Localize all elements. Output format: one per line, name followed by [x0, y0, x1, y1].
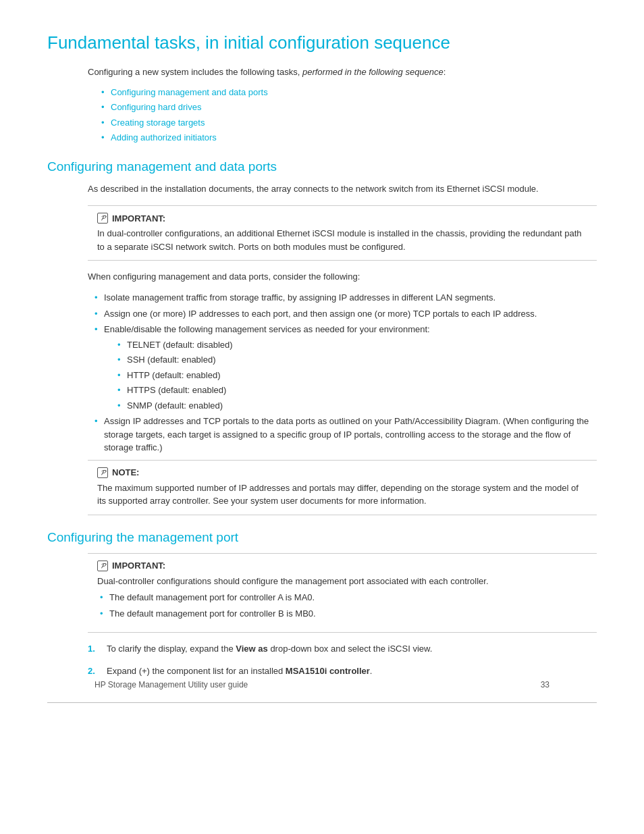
important-callout-1: 𝓟 IMPORTANT: In dual-controller configur…: [88, 205, 597, 261]
step-text-1: To clarify the display, expand the View …: [107, 642, 432, 656]
list-item: Adding authorized initiators: [101, 131, 597, 145]
important-bullet-b: The default management port for controll…: [100, 607, 587, 621]
list-item: Configuring management and data ports: [101, 86, 597, 99]
sub-bullet-https: HTTPS (default: enabled): [117, 384, 597, 397]
section1-bullet-list: Isolate management traffic from storage …: [88, 291, 597, 454]
section1-body: As described in the installation documen…: [88, 182, 597, 515]
step-text-2: Expand (+) the component list for an ins…: [107, 664, 372, 679]
bullet-item-4: Assign IP addresses and TCP portals to t…: [95, 415, 597, 454]
step-num-1: 1.: [88, 642, 100, 656]
footer-content: HP Storage Management Utility user guide…: [95, 680, 549, 689]
link-storage-targets[interactable]: Creating storage targets: [111, 118, 205, 128]
bullet-item-1: Isolate management traffic from storage …: [95, 291, 597, 305]
page: Fundamental tasks, in initial configurat…: [0, 0, 644, 727]
list-item: Configuring hard drives: [101, 101, 597, 114]
task-list: Configuring management and data ports Co…: [101, 86, 597, 145]
step-bold-1: View as: [236, 644, 267, 654]
list-item: Creating storage targets: [101, 116, 597, 130]
sub-bullet-http: HTTP (default: enabled): [117, 369, 597, 382]
sub-bullet-telnet: TELNET (default: disabled): [117, 338, 597, 352]
footer-right: 33: [541, 680, 549, 689]
note-icon-1: 𝓟: [97, 467, 108, 478]
link-initiators[interactable]: Adding authorized initiators: [111, 132, 217, 142]
footer-divider: [47, 702, 597, 703]
note-label-text-1: NOTE:: [112, 467, 139, 477]
note-label-1: 𝓟 NOTE:: [97, 467, 587, 478]
important-label-1: 𝓟 IMPORTANT:: [97, 213, 587, 224]
step-2: 2. Expand (+) the component list for an …: [88, 664, 597, 679]
note-text-1: The maximum supported number of IP addre…: [97, 481, 587, 508]
footer-left: HP Storage Management Utility user guide: [95, 680, 248, 689]
sub-bullet-list: TELNET (default: disabled) SSH (default:…: [104, 338, 597, 413]
step-num-2: 2.: [88, 664, 100, 679]
bullet-item-2: Assign one (or more) IP addresses to eac…: [95, 307, 597, 321]
section2-body: 𝓟 IMPORTANT: Dual-controller configurati…: [88, 553, 597, 679]
important-bullet-list-2: The default management port for controll…: [97, 591, 587, 620]
sub-bullet-snmp: SNMP (default: enabled): [117, 399, 597, 413]
link-management-ports[interactable]: Configuring management and data ports: [111, 87, 268, 97]
note-callout-1: 𝓟 NOTE: The maximum supported number of …: [88, 460, 597, 515]
important-label-2: 𝓟 IMPORTANT:: [97, 561, 587, 571]
intro-em: performed in the following sequence: [302, 67, 444, 77]
important-label-text-1: IMPORTANT:: [112, 213, 165, 224]
important-text-1: In dual-controller configurations, an ad…: [97, 227, 587, 253]
footer: HP Storage Management Utility user guide…: [47, 702, 597, 708]
section2-title: Configuring the management port: [47, 530, 597, 545]
important-bullet-a: The default management port for controll…: [100, 591, 587, 604]
intro-colon: :: [444, 67, 446, 77]
link-hard-drives[interactable]: Configuring hard drives: [111, 102, 201, 112]
important-icon-1: 𝓟: [97, 213, 108, 224]
step-1: 1. To clarify the display, expand the Vi…: [88, 642, 597, 656]
bullet-item-3: Enable/disable the following management …: [95, 323, 597, 412]
page-title: Fundamental tasks, in initial configurat…: [47, 32, 597, 53]
section1-title: Configuring management and data ports: [47, 159, 597, 174]
important-icon-2: 𝓟: [97, 561, 108, 571]
intro-paragraph: Configuring a new system includes the fo…: [88, 66, 597, 79]
step-bold-2: MSA1510i controller: [286, 666, 370, 676]
important-intro-2: Dual-controller configurations should co…: [97, 575, 587, 588]
sub-bullet-ssh: SSH (default: enabled): [117, 353, 597, 367]
intro-text: Configuring a new system includes the fo…: [88, 67, 300, 77]
section1-intro: As described in the installation documen…: [88, 182, 597, 197]
important-callout-2: 𝓟 IMPORTANT: Dual-controller configurati…: [88, 553, 597, 633]
important-label-text-2: IMPORTANT:: [112, 561, 165, 571]
section1-body-text: When configuring management and data por…: [88, 270, 597, 284]
